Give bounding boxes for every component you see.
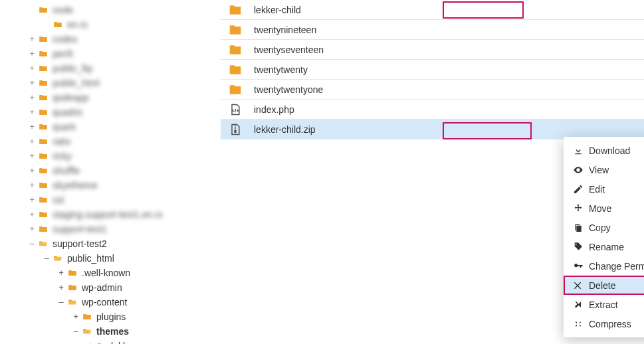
tree-toggle[interactable]: +	[28, 93, 36, 102]
context-menu-label: Move	[589, 203, 611, 214]
tree-toggle[interactable]: +	[28, 181, 36, 190]
tree-node-blurred[interactable]: +quadric	[7, 105, 214, 120]
folder-icon	[38, 224, 49, 234]
tree-toggle[interactable]: +	[28, 137, 36, 146]
tree-label: lekker	[111, 341, 136, 344]
tree-toggle[interactable]: +	[28, 195, 36, 205]
tree-label: quark	[53, 122, 76, 132]
tree-label: peri5	[53, 48, 73, 59]
tree-label: .well-known	[82, 268, 130, 278]
context-menu-label: Copy	[589, 222, 611, 233]
folder-icon	[82, 312, 92, 321]
context-menu-label: Extract	[589, 300, 618, 310]
tree-label: support-test2	[53, 238, 107, 249]
file-row[interactable]: twentytwentyone	[221, 80, 644, 100]
folder-icon	[96, 341, 107, 344]
folder-tree: nodeen.rs+codes+peri5+public_ftp+public_…	[0, 0, 221, 344]
folder-icon	[38, 108, 49, 117]
tree-toggle[interactable]: –	[72, 327, 80, 336]
tree-label: public_html	[53, 78, 100, 88]
tree-toggle[interactable]: +	[28, 78, 36, 88]
tree-toggle[interactable]: –	[43, 254, 51, 263]
folder-icon	[38, 151, 49, 161]
tree-node-blurred[interactable]: +public_ftp	[7, 61, 214, 76]
tree-node-blurred[interactable]: node	[7, 3, 214, 17]
folder-icon	[67, 298, 78, 307]
file-name: twentynineteen	[254, 25, 316, 35]
context-menu-item[interactable]: Compress	[564, 314, 644, 333]
folder-icon	[38, 78, 49, 88]
tree-toggle[interactable]: +	[28, 64, 36, 73]
tree-node[interactable]: +wp-admin	[7, 280, 214, 295]
tree-toggle[interactable]: –	[28, 239, 36, 248]
tree-toggle[interactable]: +	[57, 283, 65, 292]
tree-node[interactable]: –wp-content	[7, 295, 214, 309]
tree-label: ratio	[53, 136, 70, 147]
tree-node[interactable]: –themes	[7, 324, 214, 339]
file-row[interactable]: twentytwenty	[221, 60, 644, 80]
folder-icon	[38, 195, 49, 205]
folder-icon	[38, 93, 49, 102]
tree-node[interactable]: –support-test2	[7, 236, 214, 251]
tree-node-blurred[interactable]: +staging.support-test1.en.rs	[7, 207, 214, 222]
tree-node[interactable]: +lekker	[7, 339, 214, 344]
folder-icon	[38, 35, 49, 44]
context-menu: DownloadViewEditMoveCopyRenameChange Per…	[564, 137, 644, 337]
tree-toggle[interactable]: –	[57, 298, 65, 307]
tree-node[interactable]: –public_html	[7, 251, 214, 266]
compress-icon	[573, 319, 584, 329]
folder-icon	[38, 210, 49, 219]
tree-node-blurred[interactable]: +public_html	[7, 76, 214, 90]
folder-icon	[67, 268, 78, 278]
tree-node-blurred[interactable]: +ssl	[7, 193, 214, 207]
file-name: twentytwentyone	[254, 84, 323, 95]
tree-toggle[interactable]: +	[28, 108, 36, 117]
tree-node-blurred[interactable]: +ricky	[7, 149, 214, 163]
file-name: twentyseventeen	[254, 44, 324, 55]
tree-node-blurred[interactable]: +skyetheme	[7, 178, 214, 193]
tree-label: shuffle	[53, 165, 80, 176]
folder-icon	[67, 283, 78, 292]
tree-node-blurred[interactable]: +shuffle	[7, 163, 214, 178]
folder-icon	[53, 254, 63, 263]
tree-node-blurred[interactable]: en.rs	[7, 17, 214, 32]
tree-toggle[interactable]: +	[57, 268, 65, 278]
file-name: lekker-child	[254, 5, 301, 15]
tree-toggle[interactable]: +	[28, 35, 36, 44]
tree-toggle[interactable]: +	[28, 166, 36, 175]
context-menu-label: Compress	[589, 319, 631, 329]
folder-icon	[53, 20, 63, 29]
tree-label: node	[53, 5, 73, 15]
tree-node[interactable]: +.well-known	[7, 266, 214, 280]
tree-label: skyetheme	[53, 180, 98, 191]
folder-icon	[38, 49, 49, 58]
tree-label: public_ftp	[53, 63, 92, 74]
tree-node-blurred[interactable]: +peri5	[7, 46, 214, 61]
tree-label: ssl	[53, 195, 64, 205]
tree-toggle[interactable]: +	[28, 122, 36, 131]
tree-toggle[interactable]: +	[72, 312, 80, 321]
tree-node-blurred[interactable]: +ratio	[7, 134, 214, 149]
file-row[interactable]: twentyseventeen	[221, 40, 644, 60]
file-row[interactable]: twentynineteen	[221, 20, 644, 40]
tree-label: plugins	[96, 311, 126, 322]
tree-toggle[interactable]: +	[28, 151, 36, 161]
file-row[interactable]: lekker-child	[221, 0, 644, 20]
tree-node-blurred[interactable]: +support-test1	[7, 222, 214, 236]
tree-node-blurred[interactable]: +codes	[7, 32, 214, 46]
tree-toggle[interactable]: +	[28, 49, 36, 58]
tree-toggle[interactable]: +	[28, 210, 36, 219]
tree-label: support-test1	[53, 224, 107, 234]
tree-node[interactable]: +plugins	[7, 309, 214, 324]
tree-node-blurred[interactable]: +quark	[7, 120, 214, 134]
tree-node-blurred[interactable]: +qodeapp	[7, 90, 214, 105]
context-menu-label: Download	[589, 145, 630, 156]
tree-label: en.rs	[67, 19, 88, 30]
folder-icon	[38, 137, 49, 146]
tree-label: ricky	[53, 151, 72, 161]
folder-icon	[38, 64, 49, 73]
tree-toggle[interactable]: +	[86, 341, 94, 344]
file-icon	[229, 124, 242, 135]
tree-toggle[interactable]: +	[28, 224, 36, 234]
folder-icon	[38, 181, 49, 190]
